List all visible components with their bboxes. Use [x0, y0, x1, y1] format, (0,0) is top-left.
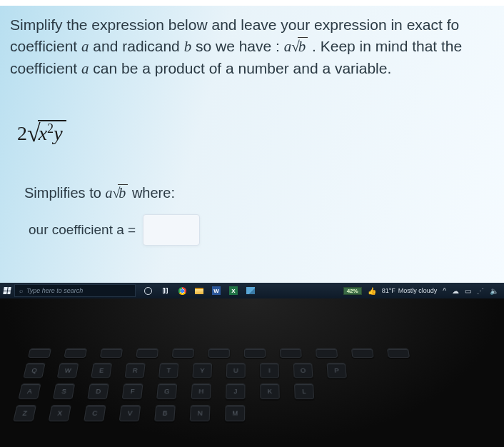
key: D — [87, 383, 109, 399]
a-sqrt-b-2: a√b — [105, 185, 128, 201]
key: I — [260, 363, 279, 378]
question-area: Simplify the expression below and leave … — [0, 6, 504, 246]
volume-icon[interactable]: 🔈 — [490, 287, 498, 295]
var-a: a — [81, 38, 89, 55]
question-text: Simplify the expression below and leave … — [10, 14, 497, 79]
coefficient-a-input[interactable] — [143, 214, 200, 246]
wifi-icon[interactable]: ⋰ — [477, 287, 484, 295]
key — [28, 348, 51, 358]
weather-desc: Mostly cloudy — [398, 287, 438, 294]
photos-button[interactable] — [243, 284, 258, 297]
search-icon: ⌕ — [19, 287, 23, 294]
q-line2d: . Keep in mind that the — [308, 38, 462, 54]
key — [280, 348, 302, 358]
key: J — [226, 383, 246, 399]
picture-icon — [246, 287, 255, 294]
key: V — [119, 405, 141, 421]
answer-row: our coefficient a = — [29, 214, 497, 246]
answer-label: our coefficient a = — [29, 222, 136, 238]
q-line2c: so we have : — [191, 38, 284, 54]
key: Y — [192, 363, 212, 378]
key: G — [156, 383, 177, 399]
key — [172, 348, 194, 358]
battery-badge[interactable]: 42% — [343, 287, 362, 295]
weather-temp: 81°F — [382, 287, 395, 294]
word-icon: W — [212, 286, 221, 295]
start-button[interactable] — [0, 283, 14, 298]
chrome-button[interactable] — [174, 284, 190, 297]
key: P — [327, 363, 347, 378]
key: U — [226, 363, 246, 378]
cortana-icon — [144, 287, 152, 295]
key — [100, 348, 123, 358]
q-line2b: and radicand — [89, 38, 184, 54]
key: Z — [13, 405, 36, 421]
excel-button[interactable]: X — [226, 284, 241, 297]
key: B — [154, 405, 176, 421]
simplifies-pre: Simplifies to — [24, 185, 105, 201]
key: F — [122, 383, 143, 399]
key — [387, 348, 410, 358]
key — [351, 348, 374, 358]
key: X — [49, 405, 71, 421]
expr-radicand: x2y — [38, 120, 66, 144]
weather-widget[interactable]: 81°F Mostly cloudy — [382, 287, 438, 294]
q-line1: Simplify the expression below and leave … — [10, 16, 459, 33]
key: E — [91, 363, 112, 378]
key: M — [225, 405, 245, 421]
var-b: b — [184, 38, 192, 55]
simplifies-post: where: — [128, 185, 175, 201]
battery-icon[interactable]: ▭ — [465, 287, 471, 295]
key — [244, 348, 266, 358]
explorer-button[interactable] — [191, 284, 207, 297]
excel-icon: X — [229, 286, 238, 295]
system-tray: 42% 👍 81°F Mostly cloudy ^ ☁ ▭ ⋰ 🔈 — [343, 287, 504, 295]
key — [208, 348, 230, 358]
laptop-body: QWERTYUIOP ASDFGHJKL ZXCVBNM — [0, 298, 504, 447]
key — [64, 348, 87, 358]
q-line3b: can be a product of a number and a varia… — [89, 60, 392, 76]
keyboard-row-4: ZXCVBNM — [0, 405, 504, 421]
word-button[interactable]: W — [208, 284, 224, 297]
key: H — [191, 383, 211, 399]
windows-taskbar: ⌕ Type here to search W X 42% 👍 81°F Mos… — [0, 283, 504, 298]
tray-chevron[interactable]: ^ — [443, 287, 446, 295]
app-screen: Simplify the expression below and leave … — [0, 0, 504, 298]
key: T — [158, 363, 178, 378]
key: S — [53, 383, 75, 399]
search-placeholder: Type here to search — [26, 287, 83, 294]
keyboard: QWERTYUIOP ASDFGHJKL ZXCVBNM — [0, 348, 504, 421]
key: W — [57, 363, 79, 378]
key: A — [18, 383, 41, 399]
thumb-icon: 👍 — [368, 287, 376, 295]
keyboard-fn-row — [2, 348, 504, 358]
taskbar-pinned: W X — [140, 284, 258, 297]
onedrive-icon[interactable]: ☁ — [452, 287, 459, 295]
folder-icon — [195, 288, 203, 294]
keyboard-row-3: ASDFGHJKL — [0, 383, 504, 399]
key: Q — [23, 363, 45, 378]
key: N — [190, 405, 211, 421]
task-view-button[interactable] — [157, 284, 173, 297]
key: K — [260, 383, 280, 399]
taskbar-search[interactable]: ⌕ Type here to search — [14, 284, 136, 297]
given-expression: 2√x2y — [17, 119, 497, 146]
chrome-icon — [178, 287, 186, 295]
q-line3a: coefficient — [10, 60, 81, 76]
var-a-2: a — [81, 60, 89, 77]
expr-coef: 2 — [17, 122, 27, 144]
keyboard-row-2: QWERTYUIOP — [0, 363, 504, 378]
key — [136, 348, 158, 358]
task-view-icon — [163, 288, 168, 293]
expr-surd: √ — [27, 120, 41, 146]
key: R — [125, 363, 146, 378]
windows-icon — [3, 287, 11, 294]
q-line2a: coefficient — [10, 38, 81, 54]
simplifies-line: Simplifies to a√b where: — [24, 185, 497, 201]
key: C — [84, 405, 106, 421]
cortana-button[interactable] — [140, 284, 156, 297]
key: O — [293, 363, 313, 378]
key — [316, 348, 338, 358]
key: L — [294, 383, 314, 399]
a-sqrt-b-inline: a√b — [284, 38, 308, 55]
